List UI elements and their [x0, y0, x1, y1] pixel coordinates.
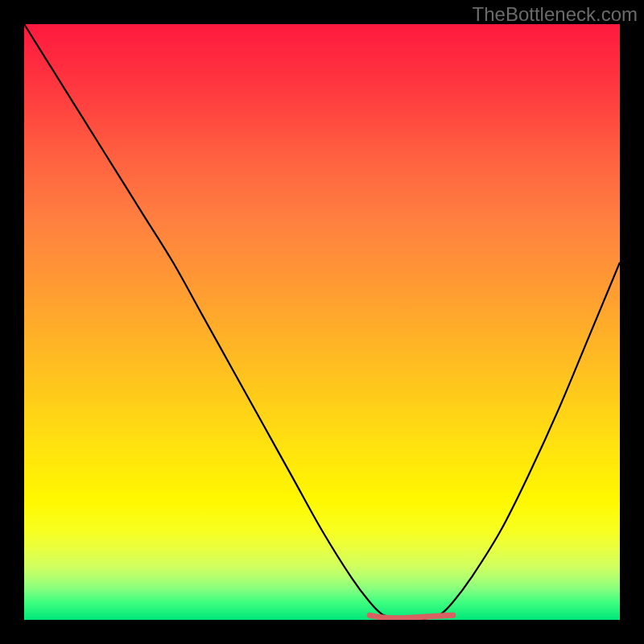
chart-plot-area	[24, 24, 620, 620]
chart-container: TheBottleneck.com	[0, 0, 644, 644]
watermark-text: TheBottleneck.com	[473, 3, 638, 26]
chart-svg	[24, 24, 620, 620]
optimal-range-marker	[369, 615, 453, 618]
bottleneck-curve	[24, 24, 620, 620]
